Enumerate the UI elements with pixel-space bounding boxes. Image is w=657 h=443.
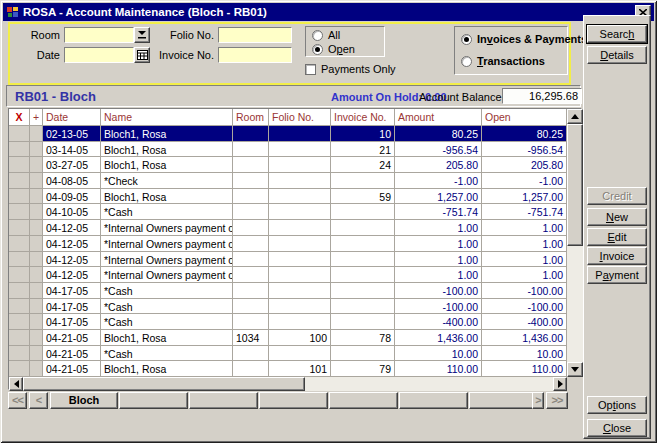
table-row[interactable]: 03-14-05Bloch1, Rosa21-956.54-956.54 — [9, 142, 567, 158]
vertical-scroll-thumb[interactable] — [567, 124, 583, 246]
first-icon: << — [12, 394, 23, 406]
radio-transactions[interactable]: Transactions — [461, 55, 545, 67]
invoice-input[interactable] — [219, 48, 291, 62]
table-row[interactable]: 04-12-05*Internal Owners payment code1.0… — [9, 220, 567, 236]
account-tab-empty[interactable] — [399, 392, 468, 409]
scroll-left-button[interactable] — [9, 377, 23, 391]
radio-invoices-payments[interactable]: Invoices & Payments — [461, 33, 587, 45]
cell-room — [233, 236, 269, 252]
cell-folio — [269, 126, 331, 142]
cell-date: 04-12-05 — [43, 236, 101, 252]
room-input[interactable] — [65, 28, 133, 42]
cell-name: *Cash — [101, 204, 233, 220]
options-button[interactable]: Options — [587, 396, 647, 414]
column-header-invoice[interactable]: Invoice No. — [331, 109, 395, 126]
column-header-name[interactable]: Name — [101, 109, 233, 126]
account-tab-empty[interactable] — [189, 392, 258, 409]
payments-only-label: Payments Only — [321, 63, 396, 75]
table-row[interactable]: 04-17-05*Cash-100.00-100.00 — [9, 283, 567, 299]
folio-input[interactable] — [219, 28, 291, 42]
action-panel: Search Details Credit New Edit Invoice P… — [583, 15, 651, 439]
table-row[interactable]: 04-08-05*Check-1.00-1.00 — [9, 173, 567, 189]
cell-plus — [30, 267, 43, 283]
cell-room — [233, 204, 269, 220]
last-account-button[interactable]: >> — [546, 392, 568, 409]
next-account-button[interactable]: > — [532, 392, 544, 409]
cell-invoice — [331, 173, 395, 189]
cell-amount: -100.00 — [395, 299, 482, 315]
column-header-plus[interactable]: + — [30, 109, 43, 126]
scroll-down-button[interactable] — [567, 362, 583, 377]
column-header-open[interactable]: Open — [482, 109, 567, 126]
edit-button[interactable]: Edit — [587, 228, 647, 246]
column-header-date[interactable]: Date — [43, 109, 101, 126]
table-row[interactable]: 04-12-05*Internal Owners payment code1.0… — [9, 252, 567, 268]
close-button[interactable]: Close — [587, 419, 647, 437]
vertical-scrollbar[interactable] — [567, 109, 583, 377]
column-header-amount[interactable]: Amount — [395, 109, 482, 126]
scroll-right-button[interactable] — [553, 377, 567, 391]
cell-open: 1,257.00 — [482, 189, 567, 205]
details-button[interactable]: Details — [587, 46, 647, 64]
cell-plus — [30, 126, 43, 142]
table-row[interactable]: 04-12-05*Internal Owners payment code1.0… — [9, 236, 567, 252]
table-row[interactable]: 04-17-05*Cash-400.00-400.00 — [9, 314, 567, 330]
account-tab-empty[interactable] — [469, 392, 538, 409]
cell-x — [9, 126, 30, 142]
cell-date: 04-12-05 — [43, 220, 101, 236]
cell-folio — [269, 252, 331, 268]
table-row[interactable]: 03-27-05Bloch1, Rosa24205.80205.80 — [9, 157, 567, 173]
column-header-room[interactable]: Room — [233, 109, 269, 126]
table-row[interactable]: 04-12-05*Internal Owners payment code1.0… — [9, 267, 567, 283]
account-tab-empty[interactable] — [329, 392, 398, 409]
first-account-button[interactable]: << — [8, 392, 27, 409]
cell-date: 04-10-05 — [43, 204, 101, 220]
cell-date: 04-21-05 — [43, 330, 101, 346]
scroll-up-icon — [571, 114, 579, 119]
scroll-right-icon — [558, 380, 563, 388]
cell-plus — [30, 299, 43, 315]
scroll-up-button[interactable] — [567, 109, 583, 124]
payments-only-checkbox[interactable]: Payments Only — [305, 63, 396, 75]
column-header-x[interactable]: X — [9, 109, 30, 126]
cell-open: 1.00 — [482, 220, 567, 236]
account-tab-bloch[interactable]: Bloch — [50, 392, 118, 409]
cell-date: 04-09-05 — [43, 189, 101, 205]
horizontal-scrollbar[interactable] — [9, 377, 567, 391]
invoice-button[interactable]: Invoice — [587, 247, 647, 265]
window-title: ROSA - Account Maintenance (Bloch - RB01… — [23, 6, 267, 18]
search-button[interactable]: Search — [587, 25, 647, 43]
table-row[interactable]: 04-10-05*Cash-751.74-751.74 — [9, 204, 567, 220]
table-row[interactable]: 04-21-05Bloch1, Rosa1034100781,436.001,4… — [9, 330, 567, 346]
cell-open: 110.00 — [482, 361, 567, 377]
credit-button[interactable]: Credit — [587, 187, 647, 205]
table-row[interactable]: 04-21-05*Cash10.0010.00 — [9, 346, 567, 362]
cell-invoice: 78 — [331, 330, 395, 346]
table-row[interactable]: 04-21-05Bloch1, Rosa10179110.00110.00 — [9, 361, 567, 377]
cell-amount: 1.00 — [395, 252, 482, 268]
cell-date: 04-17-05 — [43, 299, 101, 315]
scrollbar-corner — [567, 377, 583, 391]
account-tab-empty[interactable] — [119, 392, 188, 409]
payment-button[interactable]: Payment — [587, 266, 647, 284]
prev-account-button[interactable]: < — [29, 392, 48, 409]
room-field-wrap — [64, 27, 134, 43]
cell-room — [233, 220, 269, 236]
new-button[interactable]: New — [587, 208, 647, 226]
table-row[interactable]: 02-13-05Bloch1, Rosa1080.2580.25 — [9, 126, 567, 142]
column-header-folio[interactable]: Folio No. — [269, 109, 331, 126]
cell-invoice: 59 — [331, 189, 395, 205]
radio-all[interactable]: All — [312, 29, 340, 41]
invoice-no-label: Invoice No. — [126, 49, 214, 61]
cell-room: 1034 — [233, 330, 269, 346]
horizontal-scroll-thumb[interactable] — [23, 377, 305, 391]
table-row[interactable]: 04-17-05*Cash-100.00-100.00 — [9, 299, 567, 315]
cell-x — [9, 361, 30, 377]
table-row[interactable]: 04-09-05Bloch1, Rosa591,257.001,257.00 — [9, 189, 567, 205]
account-tab-empty[interactable] — [259, 392, 328, 409]
folio-field-wrap — [218, 27, 292, 43]
radio-open[interactable]: Open — [312, 43, 355, 55]
radio-invoices-icon — [461, 34, 472, 45]
app-window: ROSA - Account Maintenance (Bloch - RB01… — [0, 0, 657, 443]
date-input[interactable] — [65, 48, 133, 62]
